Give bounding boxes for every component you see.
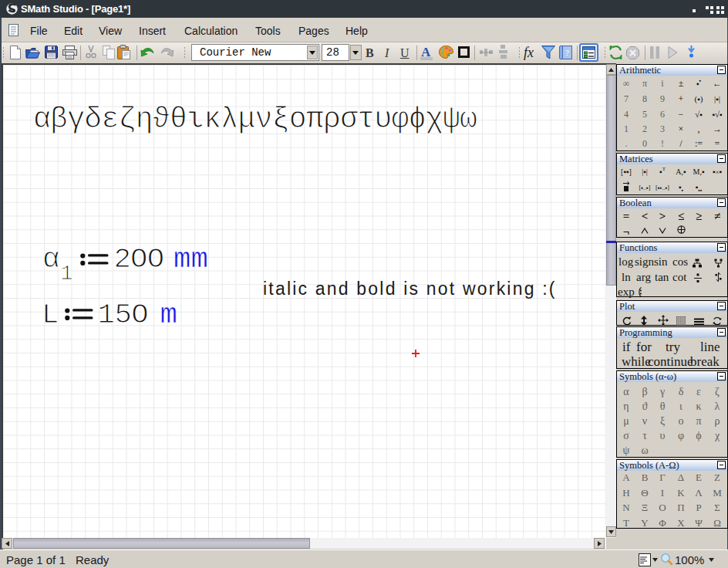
svg-text:?: ? xyxy=(565,48,569,57)
